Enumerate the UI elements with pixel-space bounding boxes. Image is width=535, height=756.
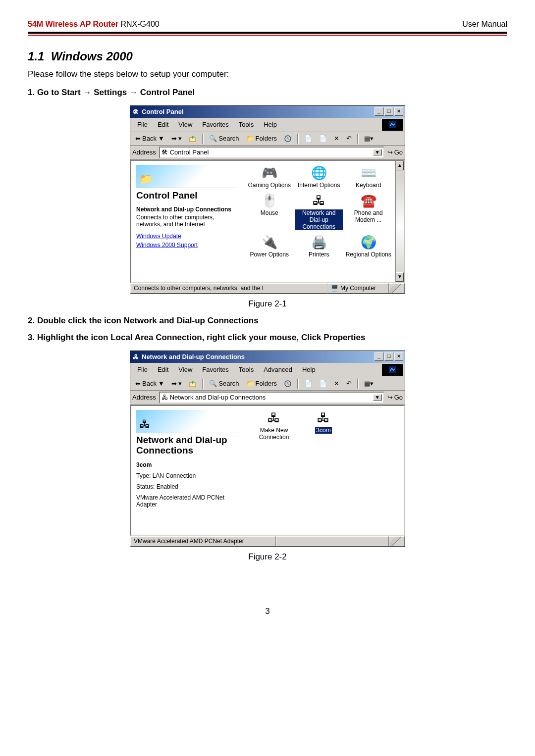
icon-pane[interactable]: 🖧Make New Connection 🖧3com bbox=[247, 406, 404, 535]
resize-grip[interactable] bbox=[389, 283, 405, 294]
icon-mouse[interactable]: 🖱️Mouse bbox=[245, 192, 294, 233]
go-button[interactable]: ↪ Go bbox=[387, 394, 403, 401]
control-panel-icon: 🛠 bbox=[161, 149, 168, 156]
maximize-button[interactable]: □ bbox=[384, 107, 393, 116]
menu-tools[interactable]: Tools bbox=[234, 365, 259, 374]
selected-item-desc: Connects to other computers, networks, a… bbox=[136, 214, 238, 228]
network-folder-icon: 🖧 bbox=[139, 418, 150, 431]
menu-edit[interactable]: Edit bbox=[153, 365, 173, 374]
maximize-button[interactable]: □ bbox=[384, 353, 393, 361]
history-button[interactable] bbox=[281, 379, 295, 389]
throbber-icon bbox=[382, 364, 403, 376]
up-button[interactable] bbox=[186, 134, 200, 144]
scroll-up[interactable]: ▲ bbox=[396, 161, 404, 170]
address-value: Control Panel bbox=[170, 149, 209, 156]
go-button[interactable]: ↪ Go bbox=[387, 149, 403, 156]
menu-favorites[interactable]: Favorites bbox=[197, 365, 233, 374]
icon-pane[interactable]: 🎮Gaming Options 🌐Internet Options ⌨️Keyb… bbox=[243, 161, 395, 282]
menu-file[interactable]: File bbox=[132, 120, 153, 129]
titlebar[interactable]: 🖧 Network and Dial-up Connections _ □ × bbox=[130, 351, 405, 363]
scrollbar[interactable]: ▲ ▼ bbox=[395, 161, 404, 282]
arrow-icon: → bbox=[83, 88, 91, 97]
selected-item-title: Network and Dial-up Connections bbox=[136, 206, 238, 213]
icon-internet-options[interactable]: 🌐Internet Options bbox=[294, 164, 344, 192]
menu-advanced[interactable]: Advanced bbox=[259, 365, 297, 374]
address-field[interactable]: 🛠 Control Panel ▼ bbox=[159, 147, 384, 158]
undo-button[interactable]: ↶ bbox=[343, 379, 355, 388]
sidebar-banner: 🖧 bbox=[136, 410, 242, 433]
up-button[interactable] bbox=[186, 379, 200, 389]
address-bar: Address 🖧 Network and Dial-up Connection… bbox=[130, 391, 405, 405]
throbber-icon bbox=[382, 119, 403, 131]
search-button[interactable]: 🔍 Search bbox=[206, 134, 242, 143]
model: RNX-G400 bbox=[120, 20, 159, 28]
copy-to-button[interactable]: 📄 bbox=[316, 134, 330, 143]
minimize-button[interactable]: _ bbox=[374, 107, 383, 116]
status-text: Connects to other computers, networks, a… bbox=[130, 283, 327, 294]
icon-make-new-connection[interactable]: 🖧Make New Connection bbox=[249, 409, 299, 444]
screenshot-control-panel: 🛠 Control Panel _ □ × File Edit View Fav… bbox=[130, 105, 405, 294]
menu-view[interactable]: View bbox=[173, 365, 197, 374]
icon-network-dialup[interactable]: 🖧Network and Dial-up Connections bbox=[294, 192, 344, 233]
info-sidebar: 📁 Control Panel Network and Dial-up Conn… bbox=[131, 161, 243, 282]
undo-button[interactable]: ↶ bbox=[343, 134, 355, 143]
folders-button[interactable]: 📁 Folders bbox=[243, 379, 280, 388]
folder-icon: 📁 bbox=[139, 173, 153, 186]
forward-button[interactable]: ➡ ▾ bbox=[168, 134, 185, 143]
menu-help[interactable]: Help bbox=[259, 120, 282, 129]
icon-power-options[interactable]: 🔌Power Options bbox=[245, 233, 294, 261]
menu-edit[interactable]: Edit bbox=[153, 120, 173, 129]
menu-file[interactable]: File bbox=[132, 365, 153, 374]
minimize-button[interactable]: _ bbox=[374, 353, 383, 361]
close-button[interactable]: × bbox=[394, 353, 403, 361]
menu-favorites[interactable]: Favorites bbox=[197, 120, 233, 129]
icon-printers[interactable]: 🖨️Printers bbox=[294, 233, 344, 261]
menu-tools[interactable]: Tools bbox=[234, 120, 259, 129]
address-value: Network and Dial-up Connections bbox=[170, 394, 266, 401]
resize-grip[interactable] bbox=[389, 536, 405, 547]
search-button[interactable]: 🔍 Search bbox=[206, 379, 242, 388]
copy-to-button[interactable]: 📄 bbox=[316, 379, 330, 388]
svg-rect-3 bbox=[389, 366, 396, 373]
views-button[interactable]: ▤▾ bbox=[361, 134, 376, 143]
back-button[interactable]: ⬅ Back ▼ bbox=[132, 134, 167, 143]
move-to-button[interactable]: 📄 bbox=[301, 379, 315, 388]
icon-regional-options[interactable]: 🌍Regional Options bbox=[344, 233, 393, 261]
step-1: 1. Go to Start → Settings → Control Pane… bbox=[28, 88, 507, 98]
screenshot-network-dialup: 🖧 Network and Dial-up Connections _ □ × … bbox=[130, 351, 405, 547]
my-computer-icon: 🖥️ bbox=[331, 285, 338, 292]
address-dropdown[interactable]: ▼ bbox=[373, 149, 382, 155]
forward-button[interactable]: ➡ ▾ bbox=[168, 379, 185, 388]
icon-gaming-options[interactable]: 🎮Gaming Options bbox=[245, 164, 294, 192]
icon-keyboard[interactable]: ⌨️Keyboard bbox=[344, 164, 393, 192]
address-field[interactable]: 🖧 Network and Dial-up Connections ▼ bbox=[159, 392, 384, 403]
link-windows-update[interactable]: Windows Update bbox=[136, 233, 238, 240]
delete-button[interactable]: ✕ bbox=[331, 379, 342, 388]
connection-status: Status: Enabled bbox=[136, 483, 242, 490]
history-button[interactable] bbox=[281, 134, 295, 144]
status-text: VMware Accelerated AMD PCNet Adapter bbox=[130, 536, 276, 547]
menubar: File Edit View Favorites Tools Help bbox=[130, 118, 405, 132]
page-number: 3 bbox=[28, 606, 507, 616]
status-zone: 🖥️ My Computer bbox=[327, 283, 389, 294]
connection-adapter: VMware Accelerated AMD PCNet Adapter bbox=[136, 494, 242, 508]
address-dropdown[interactable]: ▼ bbox=[373, 394, 382, 401]
views-button[interactable]: ▤▾ bbox=[361, 379, 376, 388]
menu-help[interactable]: Help bbox=[297, 365, 321, 374]
scroll-down[interactable]: ▼ bbox=[396, 272, 404, 282]
connection-details: 3com Type: LAN Connection Status: Enable… bbox=[136, 461, 242, 508]
svg-rect-0 bbox=[389, 121, 396, 128]
folders-button[interactable]: 📁 Folders bbox=[243, 134, 280, 143]
menu-view[interactable]: View bbox=[173, 120, 197, 129]
back-button[interactable]: ⬅ Back ▼ bbox=[132, 379, 167, 388]
titlebar[interactable]: 🛠 Control Panel _ □ × bbox=[130, 106, 405, 118]
delete-button[interactable]: ✕ bbox=[331, 134, 342, 143]
link-win2000-support[interactable]: Windows 2000 Support bbox=[136, 242, 238, 249]
icon-3com-connection[interactable]: 🖧3com bbox=[299, 409, 348, 444]
move-to-button[interactable]: 📄 bbox=[301, 134, 315, 143]
close-button[interactable]: × bbox=[394, 107, 403, 116]
statusbar: Connects to other computers, networks, a… bbox=[130, 283, 405, 294]
window-title: Control Panel bbox=[142, 108, 184, 115]
icon-phone-modem[interactable]: ☎️Phone and Modem ... bbox=[344, 192, 393, 233]
header-right: User Manual bbox=[462, 20, 507, 29]
